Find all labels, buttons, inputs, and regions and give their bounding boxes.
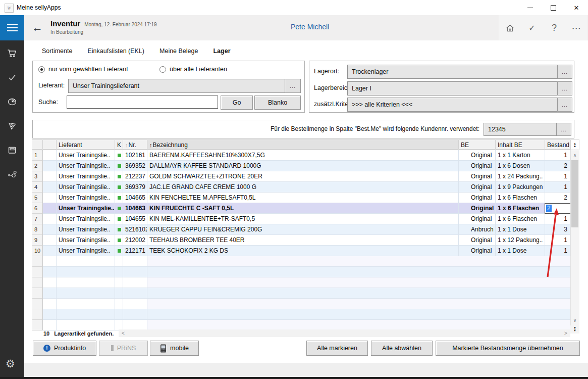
empty-row [32, 309, 570, 320]
col-header-bez[interactable]: ↑Bezeichnung [147, 139, 459, 150]
zusätzl-kriter-dropdown[interactable]: >>> alle Kriterien <<< ∨ [347, 98, 570, 112]
status-dot [118, 196, 121, 200]
zusätzl-kriter-more-button[interactable]: ... [557, 98, 572, 112]
status-bar: 10 Lagerartikel gefunden. [43, 330, 114, 337]
scroll-down-arrow[interactable]: ∨ [570, 316, 579, 324]
book-icon[interactable] [7, 145, 17, 155]
table-row[interactable]: 5 Unser Trainingslie.. 104665 KIN FENCHE… [32, 193, 570, 203]
status-dot [118, 164, 121, 168]
scroll-left-arrow[interactable]: < [120, 329, 127, 337]
lieferant-dropdown[interactable]: Unser Trainingslieferant ∨ [68, 79, 298, 93]
radio-all-suppliers[interactable]: über alle Lieferanten [159, 66, 227, 73]
table-row[interactable]: 1 Unser Trainingslie.. 102161 BAERENM.KA… [32, 150, 570, 161]
uebernehmen-button[interactable]: Markierte Bestandsmenge übernehmen [436, 341, 580, 356]
alle-abwaehlen-button[interactable]: Alle abwählen [371, 341, 433, 356]
alle-markieren-button[interactable]: Alle markieren [306, 341, 368, 356]
lagerort-dropdown[interactable]: Trockenlager ∨ [347, 65, 570, 79]
header-actions: ✓ ? ⋯ [499, 15, 587, 40]
back-button[interactable]: ← [29, 20, 45, 35]
tab-bar: SortimenteEinkaufslisten (EKL)Meine Bele… [42, 44, 231, 58]
minimize-button[interactable] [518, 0, 542, 15]
status-dot [118, 228, 121, 231]
kundennr-more-button[interactable]: ... [556, 123, 571, 136]
page-datetime: Montag, 12. Februar 2024 17:19 [84, 22, 156, 27]
produktinfo-button[interactable]: ! Produktinfo [33, 341, 96, 356]
lieferant-more-button[interactable]: ... [285, 79, 301, 93]
maximize-button[interactable] [542, 0, 565, 15]
kundennr-info-text: Für die Bestellmenge in Spalte "Best.Me"… [0, 125, 479, 132]
app-window: W Meine sellyApps ✕ ← Inventur Montag, 1… [0, 0, 588, 379]
empty-row [32, 320, 570, 330]
status-dot [118, 207, 121, 210]
lagerort-label: Lagerort: [314, 68, 339, 75]
table-row[interactable]: 6 Unser Trainingslie.. 104663 KIN FRUECH… [32, 203, 570, 214]
maximize-icon [551, 5, 556, 11]
blanko-button[interactable]: Blanko [254, 96, 301, 110]
tab-meine-belege[interactable]: Meine Belege [159, 48, 198, 55]
col-header-k[interactable]: K [115, 139, 123, 150]
selected-text: 2 [546, 205, 552, 212]
close-icon: ✕ [574, 4, 579, 12]
mobile-device-icon [160, 344, 167, 353]
more-options-button[interactable]: ⋯ [565, 15, 587, 40]
info-icon: ! [43, 345, 50, 352]
empty-row [32, 288, 570, 299]
col-header-be[interactable]: BE [459, 139, 496, 150]
taskbar-sliver [0, 377, 588, 379]
empty-row [32, 277, 570, 288]
bestand-edit-cell[interactable]: 2 [545, 203, 570, 214]
lieferant-label: Lieferant: [38, 82, 65, 89]
col-header-lieferant[interactable]: Lieferant [57, 139, 115, 150]
horizontal-scrollbar[interactable]: < > [119, 329, 570, 337]
col-header-nr[interactable]: ↑Nr. [123, 139, 147, 150]
check-icon[interactable] [7, 72, 17, 82]
table-row[interactable]: 7 Unser Trainingslie.. 104655 KIN MEL-KA… [32, 214, 570, 224]
status-dot [118, 154, 121, 157]
lagerort-more-button[interactable]: ... [557, 65, 572, 79]
window-controls: ✕ [518, 0, 588, 15]
tab-lager[interactable]: Lager [213, 48, 230, 55]
home-icon [505, 23, 515, 33]
page-title: Inventur [50, 19, 80, 28]
scroll-to-top-button[interactable]: ▲ ▲ [570, 139, 579, 150]
vertical-scroll-thumb[interactable] [571, 160, 578, 227]
prins-icon [111, 345, 114, 351]
scroll-to-bottom-button[interactable]: ▼ ▼ [570, 325, 579, 334]
search-input[interactable] [67, 96, 218, 109]
home-button[interactable] [499, 15, 521, 40]
lagerbereich-dropdown[interactable]: Lager I ∨ [347, 81, 570, 96]
table-row[interactable]: 4 Unser Trainingslie.. 369379 JAC.LE GRA… [32, 182, 570, 193]
confirm-button[interactable]: ✓ [521, 15, 543, 40]
settings-gear-icon[interactable]: ⚙ [6, 358, 15, 370]
go-button[interactable]: Go [221, 96, 253, 110]
lagerbereich-more-button[interactable]: ... [557, 81, 572, 96]
minimize-icon [527, 8, 533, 8]
table-row[interactable]: 8 Unser Trainingslie.. 5216102 KRUEGER C… [32, 224, 570, 235]
col-header-rownum [32, 139, 43, 150]
tab-sortimente[interactable]: Sortimente [42, 48, 72, 55]
status-dot [118, 185, 121, 189]
result-text: Lagerartikel gefunden. [54, 330, 114, 337]
radio-selected-supplier[interactable]: nur vom gewählten Lieferant [38, 66, 128, 73]
col-header-bestand[interactable]: Bestand [545, 139, 570, 150]
scroll-up-arrow[interactable]: ∧ [570, 151, 579, 159]
mobile-button[interactable]: mobile [150, 341, 199, 356]
cart-icon[interactable] [7, 48, 17, 58]
inventory-table: LieferantK↑Nr.↑BezeichnungBEInhalt BEBes… [32, 139, 570, 330]
status-dot [118, 217, 121, 221]
scroll-right-arrow[interactable]: > [562, 329, 569, 337]
title-bar: W Meine sellyApps ✕ [0, 0, 588, 15]
sidebar: ⚙ [0, 40, 24, 377]
help-button[interactable]: ? [543, 15, 565, 40]
table-row[interactable]: 2 Unser Trainingslie.. 369352 DALLMAYR K… [32, 161, 570, 171]
empty-row [32, 256, 570, 267]
menu-button[interactable] [0, 15, 24, 40]
tab-einkaufslisten-ekl[interactable]: Einkaufslisten (EKL) [87, 48, 144, 55]
table-row[interactable]: 3 Unser Trainingslie.. 212237 GOLDM SCHW… [32, 171, 570, 182]
pie-chart-icon[interactable] [7, 97, 17, 107]
table-row[interactable]: 9 Unser Trainingslie.. 212002 TEEHAUS BR… [32, 235, 570, 246]
share-icon[interactable] [7, 169, 17, 179]
col-header-inhalt[interactable]: Inhalt BE [496, 139, 545, 150]
table-row[interactable]: 10 Unser Trainingslie.. 212171 TEEK SCHO… [32, 246, 570, 256]
close-button[interactable]: ✕ [565, 0, 588, 15]
